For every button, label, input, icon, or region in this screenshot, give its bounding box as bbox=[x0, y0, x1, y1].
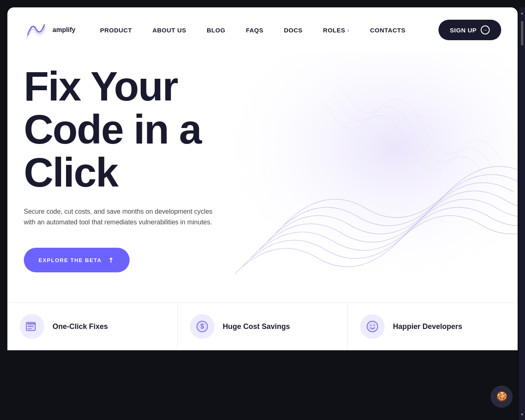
navbar: amplify PRODUCT ABOUT US BLOG FAQS DOCS … bbox=[7, 7, 518, 52]
svg-point-9 bbox=[370, 325, 372, 326]
main-card: amplify PRODUCT ABOUT US BLOG FAQS DOCS … bbox=[7, 7, 518, 350]
page-wrapper: ▲ ▼ amplify PRODUCT ABOUT US BLOG FAQS D… bbox=[0, 0, 525, 420]
svg-point-10 bbox=[374, 325, 375, 326]
feature-happier-devs: Happier Developers bbox=[348, 303, 518, 350]
roles-chevron-icon: ↓ bbox=[347, 27, 350, 33]
nav-docs[interactable]: DOCS bbox=[284, 27, 302, 34]
svg-rect-5 bbox=[28, 324, 35, 330]
signup-icon: → bbox=[481, 25, 490, 34]
explore-beta-label: EXPLORE THE BETA bbox=[39, 257, 102, 263]
nav-product[interactable]: PRODUCT bbox=[100, 27, 132, 34]
features-strip: One-Click Fixes $ Huge Cost Savings bbox=[7, 302, 518, 350]
cookie-icon: 🍪 bbox=[496, 391, 507, 402]
feature-one-click-label: One-Click Fixes bbox=[52, 322, 108, 331]
svg-point-8 bbox=[367, 321, 378, 332]
cookie-button[interactable]: 🍪 bbox=[491, 386, 513, 408]
feature-dollar-icon: $ bbox=[190, 314, 215, 339]
feature-one-click-fixes: One-Click Fixes bbox=[7, 303, 178, 350]
explore-beta-button[interactable]: EXPLORE THE BETA ↗ bbox=[24, 248, 130, 272]
scroll-up-arrow[interactable]: ▲ bbox=[520, 11, 524, 15]
hero-content: Fix Your Code in a Click Secure code, cu… bbox=[24, 65, 501, 272]
nav-about[interactable]: ABOUT US bbox=[153, 27, 186, 34]
nav-faqs[interactable]: FAQS bbox=[246, 27, 263, 34]
nav-blog[interactable]: BLOG bbox=[207, 27, 225, 34]
svg-text:$: $ bbox=[201, 323, 204, 330]
scroll-down-arrow[interactable]: ▼ bbox=[520, 412, 524, 417]
logo-text: amplify bbox=[52, 26, 75, 34]
hero-title: Fix Your Code in a Click bbox=[24, 65, 237, 194]
feature-code-icon bbox=[20, 314, 44, 339]
nav-roles[interactable]: ROLES ↓ bbox=[323, 27, 350, 34]
logo-link[interactable]: amplify bbox=[24, 18, 75, 42]
explore-beta-arrow-icon: ↗ bbox=[105, 254, 116, 266]
scrollbar-thumb bbox=[521, 21, 523, 46]
hero-section: Fix Your Code in a Click Secure code, cu… bbox=[7, 52, 518, 302]
hero-subtitle: Secure code, cut costs, and save months … bbox=[24, 206, 221, 227]
feature-smiley-icon bbox=[360, 314, 385, 339]
logo-icon bbox=[24, 18, 48, 42]
scrollbar-track: ▲ ▼ bbox=[519, 7, 525, 420]
signup-label: SIGN UP bbox=[450, 27, 477, 34]
feature-cost-savings-label: Huge Cost Savings bbox=[223, 322, 290, 331]
feature-cost-savings: $ Huge Cost Savings bbox=[178, 303, 348, 350]
nav-links: PRODUCT ABOUT US BLOG FAQS DOCS ROLES ↓ … bbox=[100, 27, 438, 34]
dark-bottom-area bbox=[0, 350, 525, 420]
signup-button[interactable]: SIGN UP → bbox=[438, 20, 501, 40]
feature-happier-devs-label: Happier Developers bbox=[393, 322, 462, 331]
nav-contacts[interactable]: CONTACTS bbox=[370, 27, 405, 34]
nav-roles-label: ROLES bbox=[323, 27, 345, 34]
